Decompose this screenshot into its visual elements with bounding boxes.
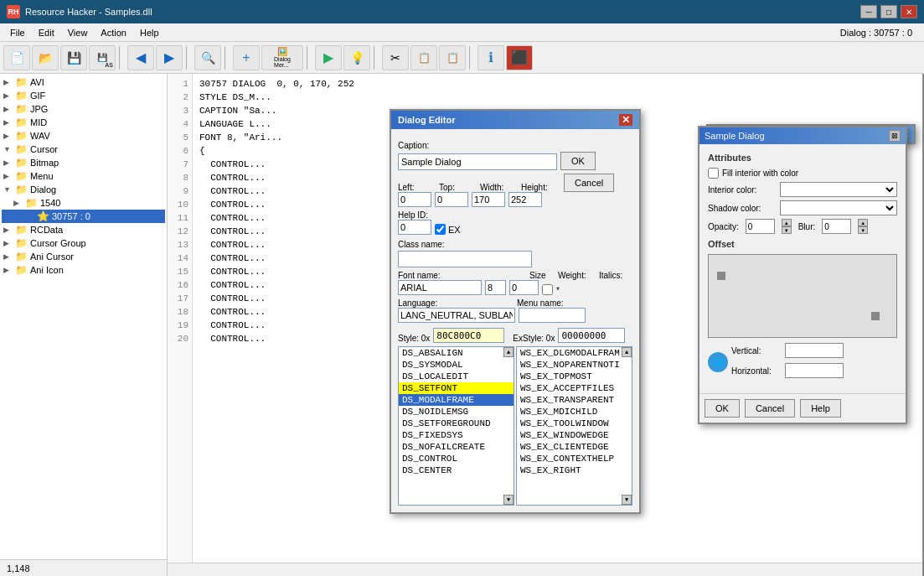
style-item-ds-setforeground[interactable]: DS_SETFOREGROUND: [399, 418, 514, 429]
language-input[interactable]: [398, 308, 515, 323]
menu-file[interactable]: File: [3, 26, 32, 39]
add-resource-button[interactable]: +: [233, 45, 260, 70]
height-input[interactable]: [508, 192, 542, 207]
tree-item-jpg[interactable]: ▶ 📁 JPG: [2, 102, 165, 116]
sample-dialog-restore-button[interactable]: ⊠: [889, 130, 901, 142]
interior-color-select[interactable]: [780, 182, 897, 197]
tree-item-cursor-group[interactable]: ▶ 📁 Cursor Group: [2, 236, 165, 250]
menu-help[interactable]: Help: [133, 26, 166, 39]
cut-button[interactable]: ✂: [382, 45, 409, 70]
style-item-ds-absalign[interactable]: DS_ABSALIGN: [399, 347, 514, 359]
tree-item-1540[interactable]: ▶ 📁 1540: [2, 196, 165, 210]
tree-item-menu[interactable]: ▶ 📁 Menu: [2, 169, 165, 183]
tree-item-gif[interactable]: ▶ 📁 GIF: [2, 89, 165, 102]
exstyle-item-noparentnoti[interactable]: WS_EX_NOPARENTNOTI: [517, 359, 632, 371]
shadow-color-select[interactable]: [780, 200, 897, 215]
size-input[interactable]: [485, 280, 506, 295]
forward-button[interactable]: ▶: [156, 45, 183, 70]
expand-menu[interactable]: ▶: [3, 172, 15, 180]
exstyle-item-right[interactable]: WS_EX_RIGHT: [517, 464, 632, 476]
code-horizontal-scroll[interactable]: [168, 563, 922, 576]
exstyle-input[interactable]: [558, 328, 625, 343]
tree-item-ani-icon[interactable]: ▶ 📁 Ani Icon: [2, 263, 165, 277]
ex-checkbox[interactable]: [435, 224, 446, 235]
style-item-ds-fixedsys[interactable]: DS_FIXEDSYS: [399, 429, 514, 441]
tree-item-30757[interactable]: ⭐ 30757 : 0: [2, 210, 165, 223]
run-button[interactable]: ▶: [315, 45, 342, 70]
exstyle-item-contexthelp[interactable]: WS_EX_CONTEXTHELP: [517, 453, 632, 464]
info-button[interactable]: ℹ: [477, 45, 504, 70]
weight-input[interactable]: [509, 280, 539, 295]
style-item-ds-center[interactable]: DS_CENTER: [399, 464, 514, 476]
exstyle-item-acceptfiles[interactable]: WS_EX_ACCEPTFILES: [517, 382, 632, 394]
style-list-scroll-down[interactable]: ▼: [503, 495, 514, 505]
expand-cursor-group[interactable]: ▶: [3, 239, 15, 247]
exstyle-list-scroll-up[interactable]: ▲: [622, 347, 632, 357]
close-button[interactable]: ✕: [901, 5, 917, 18]
menuname-input[interactable]: [519, 308, 586, 323]
exstyle-item-transparent[interactable]: WS_EX_TRANSPARENT: [517, 394, 632, 406]
exstyle-item-topmost[interactable]: WS_EX_TOPMOST: [517, 371, 632, 382]
exstyle-item-windowedge[interactable]: WS_EX_WINDOWEDGE: [517, 429, 632, 441]
menu-view[interactable]: View: [61, 26, 95, 39]
fontname-input[interactable]: [398, 280, 482, 295]
expand-ani-cursor[interactable]: ▶: [3, 252, 15, 261]
expand-bitmap[interactable]: ▶: [3, 158, 15, 167]
dialog-editor-close-button[interactable]: ✕: [619, 114, 632, 126]
menu-action[interactable]: Action: [94, 26, 133, 39]
expand-gif[interactable]: ▶: [3, 91, 15, 100]
classname-input[interactable]: [398, 251, 532, 267]
minimize-button[interactable]: ─: [860, 5, 877, 18]
exstyle-item-toolwindow[interactable]: WS_EX_TOOLWINDOW: [517, 418, 632, 429]
style-input[interactable]: [433, 328, 504, 343]
save-as-button[interactable]: 💾AS: [89, 45, 116, 70]
vertical-input[interactable]: [785, 343, 844, 358]
tree-item-cursor[interactable]: ▼ 📁 Cursor: [2, 143, 165, 156]
opacity-down-button[interactable]: ▼: [782, 226, 792, 234]
expand-ani-icon[interactable]: ▶: [3, 266, 15, 274]
horizontal-input[interactable]: [785, 363, 844, 378]
opacity-input[interactable]: [746, 219, 775, 234]
style-item-ds-nofailcreate[interactable]: DS_NOFAILCREATE: [399, 441, 514, 453]
italics-checkbox[interactable]: [542, 284, 553, 295]
menu-edit[interactable]: Edit: [32, 26, 61, 39]
expand-wav[interactable]: ▶: [3, 132, 15, 140]
sd-ok-button[interactable]: OK: [705, 399, 740, 418]
tree-item-mid[interactable]: ▶ 📁 MID: [2, 116, 165, 129]
exstyle-item-clientedge[interactable]: WS_EX_CLIENTEDGE: [517, 441, 632, 453]
new-button[interactable]: 📄: [3, 45, 30, 70]
style-list-scroll-up[interactable]: ▲: [503, 347, 514, 357]
expand-30757[interactable]: [25, 212, 37, 221]
stop-button[interactable]: ⬛: [506, 45, 533, 70]
style-item-ds-noidlemsg[interactable]: DS_NOIDLEMSG: [399, 406, 514, 418]
light-button[interactable]: 💡: [343, 45, 370, 70]
expand-avi[interactable]: ▶: [3, 78, 15, 86]
maximize-button[interactable]: □: [880, 5, 897, 18]
expand-rcdata[interactable]: ▶: [3, 226, 15, 234]
expand-mid[interactable]: ▶: [3, 118, 15, 127]
offset-thumb-top[interactable]: [717, 272, 725, 280]
tree-item-ani-cursor[interactable]: ▶ 📁 Ani Cursor: [2, 250, 165, 263]
dialog-menu-button[interactable]: 🖼️ DialogMer...: [261, 45, 303, 70]
expand-jpg[interactable]: ▶: [3, 105, 15, 113]
exstyle-list[interactable]: WS_EX_DLGMODALFRAM WS_EX_NOPARENTNOTI WS…: [516, 346, 632, 506]
blur-input[interactable]: [822, 219, 851, 234]
style-item-ds-control[interactable]: DS_CONTROL: [399, 453, 514, 464]
style-item-ds-sysmodal[interactable]: DS_SYSMODAL: [399, 359, 514, 371]
exstyle-item-mdichild[interactable]: WS_EX_MDICHILD: [517, 406, 632, 418]
style-list[interactable]: DS_ABSALIGN DS_SYSMODAL DS_LOCALEDIT DS_…: [398, 346, 514, 506]
find-button[interactable]: 🔍: [194, 45, 221, 70]
ex-checkbox-label[interactable]: EX: [435, 224, 461, 235]
tree-item-wav[interactable]: ▶ 📁 WAV: [2, 129, 165, 143]
copy-button[interactable]: 📋: [410, 45, 437, 70]
exstyle-list-scroll-down[interactable]: ▼: [622, 495, 632, 505]
tree-item-avi[interactable]: ▶ 📁 AVI: [2, 75, 165, 89]
caption-input[interactable]: [398, 153, 557, 170]
expand-dialog[interactable]: ▼: [3, 185, 15, 194]
style-item-ds-localedit[interactable]: DS_LOCALEDIT: [399, 371, 514, 382]
save-button[interactable]: 💾: [60, 45, 87, 70]
top-input[interactable]: [435, 192, 468, 207]
blur-down-button[interactable]: ▼: [858, 226, 868, 234]
paste-button[interactable]: 📋: [439, 45, 466, 70]
sd-cancel-button[interactable]: Cancel: [745, 399, 795, 418]
